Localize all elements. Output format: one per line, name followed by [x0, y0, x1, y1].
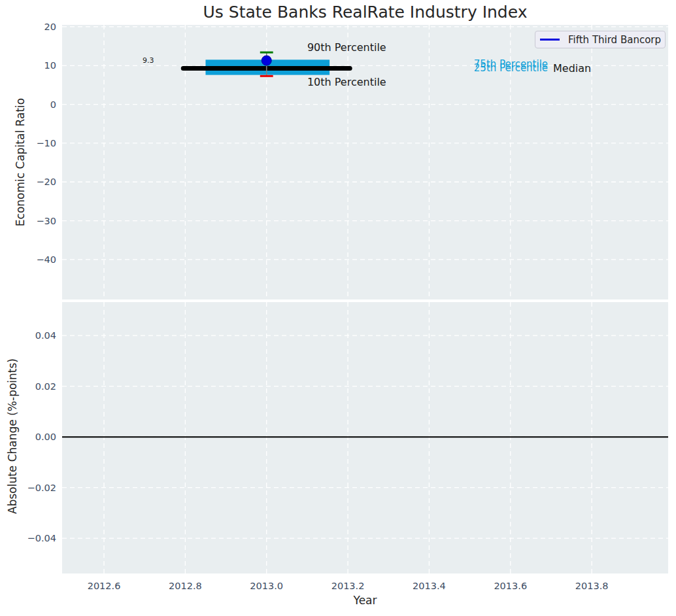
y-tick-label: −30	[0, 214, 56, 228]
y-tick-label: 0	[0, 98, 56, 111]
x-tick-label: 2013.0	[250, 579, 283, 592]
x-tick-label: 2013.6	[494, 579, 527, 592]
y-tick-label: 20	[0, 20, 56, 33]
y-axis-label-top: Economic Capital Ratio	[14, 98, 27, 226]
median-value-annotation: 9.3	[143, 56, 154, 65]
y-tick-label: −0.02	[0, 481, 56, 494]
p25-annotation: 25th Percentile	[474, 62, 548, 74]
x-axis-label: Year	[62, 594, 668, 607]
y-tick-label: −40	[0, 253, 56, 266]
chart-canvas	[0, 0, 676, 616]
x-tick-label: 2012.8	[169, 579, 202, 592]
y-tick-label: −0.04	[0, 532, 56, 545]
plot-background-bottom	[62, 302, 668, 573]
chart-title: Us State Banks RealRate Industry Index	[62, 3, 668, 22]
p10-annotation: 10th Percentile	[307, 76, 386, 88]
x-tick-label: 2013.2	[331, 579, 365, 592]
y-tick-label: 0.04	[0, 329, 56, 342]
x-tick-label: 2013.4	[413, 579, 446, 592]
company-point	[262, 56, 271, 65]
figure: Us State Banks RealRate Industry Index E…	[0, 0, 676, 616]
median-annotation: Median	[553, 62, 591, 75]
x-tick-label: 2013.8	[575, 579, 609, 592]
y-tick-label: −20	[0, 175, 56, 188]
y-tick-label: 10	[0, 59, 56, 72]
x-tick-label: 2012.6	[88, 579, 121, 592]
legend-series-label: Fifth Third Bancorp	[568, 34, 661, 46]
legend: Fifth Third Bancorp	[535, 31, 666, 48]
y-tick-label: −10	[0, 137, 56, 150]
legend-line-sample	[540, 39, 560, 41]
p90-annotation: 90th Percentile	[307, 41, 386, 54]
y-tick-label: 0.00	[0, 430, 56, 443]
y-tick-label: 0.02	[0, 380, 56, 393]
